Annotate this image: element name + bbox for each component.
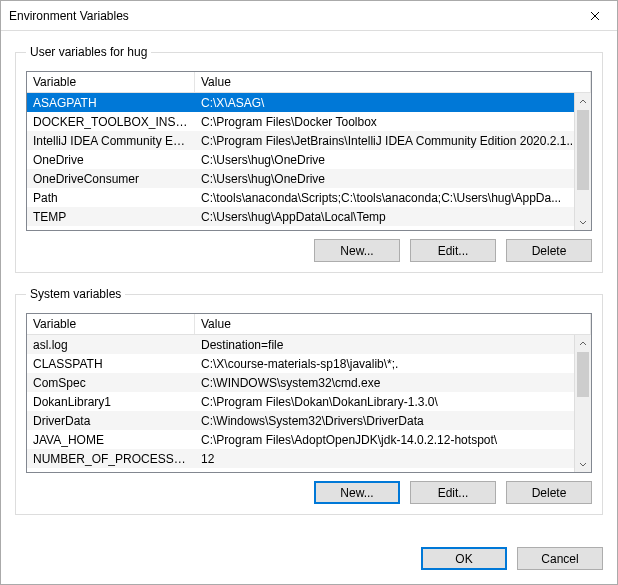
user-variables-table[interactable]: Variable Value ASAGPATHC:\X\ASAG\DOCKER_…	[26, 71, 592, 231]
user-variables-group: User variables for hug Variable Value AS…	[15, 45, 603, 273]
var-name-cell: DokanLibrary1	[27, 395, 195, 409]
user-table-body: ASAGPATHC:\X\ASAG\DOCKER_TOOLBOX_INSTALL…	[27, 93, 591, 230]
var-name-cell: CLASSPATH	[27, 357, 195, 371]
var-value-cell: C:\Users\hug\AppData\Local\Temp	[195, 210, 591, 224]
var-name-cell: OneDrive	[27, 153, 195, 167]
var-name-cell: OneDriveConsumer	[27, 172, 195, 186]
var-name-cell: asl.log	[27, 338, 195, 352]
scrollbar[interactable]	[574, 93, 591, 230]
system-delete-button[interactable]: Delete	[506, 481, 592, 504]
scroll-up-icon[interactable]	[575, 93, 591, 110]
close-icon	[590, 11, 600, 21]
var-value-cell: C:\X\course-materials-sp18\javalib\*;.	[195, 357, 591, 371]
table-row[interactable]: ComSpecC:\WINDOWS\system32\cmd.exe	[27, 373, 591, 392]
var-name-cell: DOCKER_TOOLBOX_INSTALL...	[27, 115, 195, 129]
column-header-variable[interactable]: Variable	[27, 314, 195, 334]
close-button[interactable]	[572, 1, 617, 31]
system-variables-table[interactable]: Variable Value asl.logDestination=fileCL…	[26, 313, 592, 473]
table-row[interactable]: DokanLibrary1C:\Program Files\Dokan\Doka…	[27, 392, 591, 411]
scroll-thumb[interactable]	[577, 110, 589, 190]
scrollbar[interactable]	[574, 335, 591, 472]
var-value-cell: C:\WINDOWS\system32\cmd.exe	[195, 376, 591, 390]
system-edit-button[interactable]: Edit...	[410, 481, 496, 504]
column-header-value[interactable]: Value	[195, 72, 591, 92]
column-header-variable[interactable]: Variable	[27, 72, 195, 92]
var-value-cell: C:\Windows\System32\Drivers\DriverData	[195, 414, 591, 428]
system-new-button[interactable]: New...	[314, 481, 400, 504]
table-row[interactable]: NUMBER_OF_PROCESSORS12	[27, 449, 591, 468]
window-title: Environment Variables	[9, 9, 129, 23]
var-name-cell: DriverData	[27, 414, 195, 428]
table-row[interactable]: asl.logDestination=file	[27, 335, 591, 354]
var-value-cell: C:\Users\hug\OneDrive	[195, 172, 591, 186]
dialog-content: User variables for hug Variable Value AS…	[1, 31, 617, 539]
scroll-down-icon[interactable]	[575, 213, 591, 230]
user-new-button[interactable]: New...	[314, 239, 400, 262]
var-value-cell: C:\Program Files\Docker Toolbox	[195, 115, 591, 129]
var-name-cell: IntelliJ IDEA Community Edit...	[27, 134, 195, 148]
var-value-cell: Destination=file	[195, 338, 591, 352]
titlebar: Environment Variables	[1, 1, 617, 31]
scroll-thumb[interactable]	[577, 352, 589, 397]
scroll-down-icon[interactable]	[575, 455, 591, 472]
table-row[interactable]: JAVA_HOMEC:\Program Files\AdoptOpenJDK\j…	[27, 430, 591, 449]
var-value-cell: C:\Program Files\AdoptOpenJDK\jdk-14.0.2…	[195, 433, 591, 447]
var-value-cell: C:\Program Files\Dokan\DokanLibrary-1.3.…	[195, 395, 591, 409]
table-row[interactable]: CLASSPATHC:\X\course-materials-sp18\java…	[27, 354, 591, 373]
dialog-footer: OK Cancel	[1, 539, 617, 584]
user-delete-button[interactable]: Delete	[506, 239, 592, 262]
cancel-button[interactable]: Cancel	[517, 547, 603, 570]
column-header-value[interactable]: Value	[195, 314, 591, 334]
table-row[interactable]: OneDriveC:\Users\hug\OneDrive	[27, 150, 591, 169]
var-value-cell: C:\Users\hug\OneDrive	[195, 153, 591, 167]
system-group-legend: System variables	[26, 287, 125, 301]
user-group-legend: User variables for hug	[26, 45, 151, 59]
user-button-row: New... Edit... Delete	[26, 239, 592, 262]
var-name-cell: JAVA_HOME	[27, 433, 195, 447]
user-edit-button[interactable]: Edit...	[410, 239, 496, 262]
system-button-row: New... Edit... Delete	[26, 481, 592, 504]
var-name-cell: NUMBER_OF_PROCESSORS	[27, 452, 195, 466]
table-row[interactable]: PathC:\tools\anaconda\Scripts;C:\tools\a…	[27, 188, 591, 207]
system-variables-group: System variables Variable Value asl.logD…	[15, 287, 603, 515]
table-row[interactable]: ASAGPATHC:\X\ASAG\	[27, 93, 591, 112]
var-value-cell: C:\X\ASAG\	[195, 96, 591, 110]
var-value-cell: C:\Program Files\JetBrains\IntelliJ IDEA…	[195, 134, 591, 148]
table-header: Variable Value	[27, 314, 591, 335]
var-value-cell: 12	[195, 452, 591, 466]
var-name-cell: Path	[27, 191, 195, 205]
var-value-cell: C:\tools\anaconda\Scripts;C:\tools\anaco…	[195, 191, 591, 205]
table-row[interactable]: OneDriveConsumerC:\Users\hug\OneDrive	[27, 169, 591, 188]
system-table-body: asl.logDestination=fileCLASSPATHC:\X\cou…	[27, 335, 591, 472]
var-name-cell: ComSpec	[27, 376, 195, 390]
table-row[interactable]: DOCKER_TOOLBOX_INSTALL...C:\Program File…	[27, 112, 591, 131]
table-row[interactable]: DriverDataC:\Windows\System32\Drivers\Dr…	[27, 411, 591, 430]
var-name-cell: TEMP	[27, 210, 195, 224]
var-name-cell: ASAGPATH	[27, 96, 195, 110]
ok-button[interactable]: OK	[421, 547, 507, 570]
table-row[interactable]: TEMPC:\Users\hug\AppData\Local\Temp	[27, 207, 591, 226]
table-row[interactable]: IntelliJ IDEA Community Edit...C:\Progra…	[27, 131, 591, 150]
scroll-up-icon[interactable]	[575, 335, 591, 352]
table-header: Variable Value	[27, 72, 591, 93]
